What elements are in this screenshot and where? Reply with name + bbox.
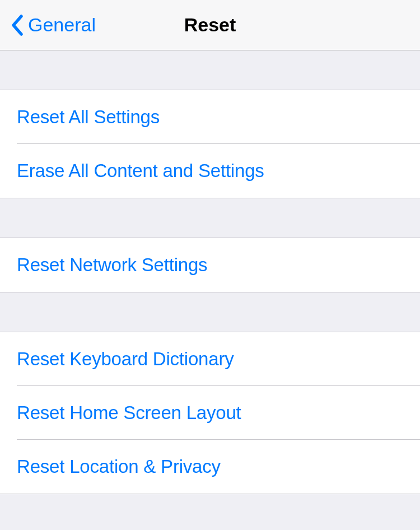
row-label: Reset All Settings [17, 106, 160, 128]
chevron-left-icon [10, 14, 24, 36]
nav-bar: General Reset [0, 0, 420, 50]
row-label: Reset Keyboard Dictionary [17, 348, 234, 370]
reset-home-screen-layout[interactable]: Reset Home Screen Layout [0, 386, 420, 440]
erase-all-content[interactable]: Erase All Content and Settings [0, 144, 420, 198]
row-label: Erase All Content and Settings [17, 160, 264, 182]
back-label: General [28, 14, 96, 36]
reset-all-settings[interactable]: Reset All Settings [0, 90, 420, 144]
row-label: Reset Home Screen Layout [17, 402, 241, 424]
group-spacer [0, 198, 420, 238]
group-spacer [0, 292, 420, 332]
group-spacer [0, 50, 420, 90]
row-label: Reset Location & Privacy [17, 456, 221, 477]
reset-keyboard-dictionary[interactable]: Reset Keyboard Dictionary [0, 332, 420, 386]
list-group: Reset Keyboard Dictionary Reset Home Scr… [0, 332, 420, 494]
back-button[interactable]: General [0, 14, 96, 36]
list-group: Reset Network Settings [0, 238, 420, 292]
page-title: Reset [184, 14, 236, 36]
row-label: Reset Network Settings [17, 254, 207, 276]
list-group: Reset All Settings Erase All Content and… [0, 90, 420, 198]
reset-network-settings[interactable]: Reset Network Settings [0, 238, 420, 292]
reset-location-privacy[interactable]: Reset Location & Privacy [0, 440, 420, 494]
